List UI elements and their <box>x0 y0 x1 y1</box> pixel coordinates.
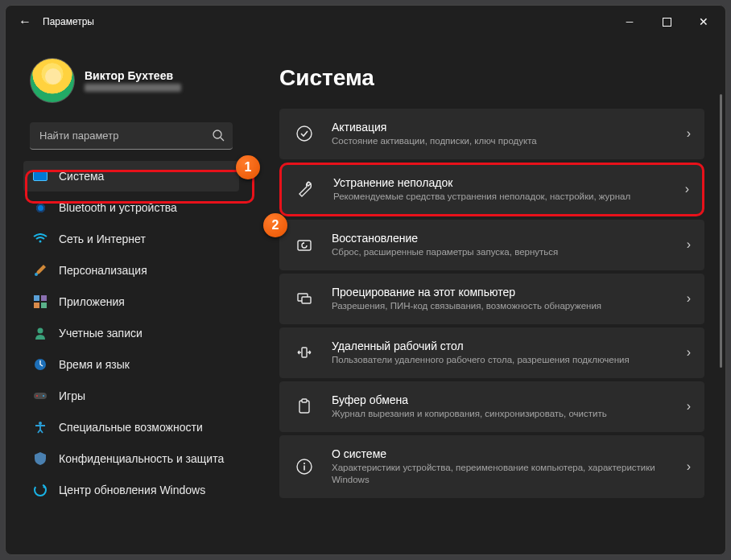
sidebar-item-accounts[interactable]: Учетные записи <box>23 318 239 348</box>
sidebar-item-label: Приложения <box>59 295 125 308</box>
annotation-badge-2: 2 <box>263 213 287 237</box>
svg-point-14 <box>39 422 42 425</box>
card-subtitle: Разрешения, ПИН-код связывания, возможно… <box>332 300 669 312</box>
card-title: Активация <box>332 121 669 134</box>
chevron-right-icon: › <box>687 399 691 414</box>
svg-rect-6 <box>41 295 47 301</box>
remote-desktop-icon <box>295 343 314 362</box>
sidebar-item-bluetooth[interactable]: Bluetooth и устройства <box>23 192 239 223</box>
back-arrow-icon: ← <box>19 14 31 29</box>
profile-text: Виктор Бухтеев <box>85 69 181 92</box>
brush-icon <box>33 263 47 278</box>
wifi-icon <box>33 232 47 246</box>
card-about[interactable]: О системе Характеристики устройства, пер… <box>279 435 704 498</box>
svg-point-12 <box>36 395 38 397</box>
card-title: Восстановление <box>332 232 669 245</box>
profile-block[interactable]: Виктор Бухтеев <box>23 46 239 117</box>
svg-rect-20 <box>302 348 307 357</box>
project-icon <box>295 289 314 308</box>
system-icon <box>33 169 47 183</box>
sidebar-item-accessibility[interactable]: Специальные возможности <box>23 412 239 443</box>
main-content: Система Активация Состояние активации, п… <box>247 38 725 554</box>
sidebar-item-label: Игры <box>59 389 85 402</box>
apps-icon <box>33 294 47 309</box>
scrollbar[interactable] <box>720 94 722 368</box>
sidebar-item-network[interactable]: Сеть и Интернет <box>23 224 239 254</box>
update-icon <box>33 483 47 497</box>
card-text: Удаленный рабочий стол Пользователи удал… <box>332 340 669 366</box>
bluetooth-icon <box>33 200 47 215</box>
sidebar: Виктор Бухтеев Система Bluetooth и устро… <box>6 38 247 554</box>
annotation-badge-1: 1 <box>236 155 260 179</box>
recovery-icon <box>295 235 314 254</box>
svg-point-24 <box>304 462 305 463</box>
card-title: Проецирование на этот компьютер <box>332 286 669 299</box>
svg-rect-8 <box>41 303 47 308</box>
card-clipboard[interactable]: Буфер обмена Журнал вырезания и копирова… <box>279 381 704 432</box>
page-title: Система <box>279 65 704 91</box>
sidebar-item-time-language[interactable]: Время и язык <box>23 349 239 380</box>
window-body: Виктор Бухтеев Система Bluetooth и устро… <box>6 38 725 554</box>
svg-point-16 <box>297 126 312 141</box>
chevron-right-icon: › <box>687 345 691 360</box>
chevron-right-icon: › <box>687 237 691 252</box>
card-troubleshoot[interactable]: Устранение неполадок Рекомендуемые средс… <box>279 163 704 216</box>
info-icon <box>295 457 314 476</box>
person-icon <box>33 326 47 340</box>
minimize-icon: ─ <box>626 16 634 27</box>
sidebar-item-label: Система <box>59 170 104 183</box>
card-recovery[interactable]: Восстановление Сброс, расширенные параме… <box>279 220 704 270</box>
svg-point-4 <box>35 273 38 276</box>
sidebar-item-windows-update[interactable]: Центр обновления Windows <box>23 475 239 505</box>
svg-rect-22 <box>302 399 307 402</box>
card-subtitle: Журнал вырезания и копирования, синхрони… <box>332 408 669 420</box>
card-title: О системе <box>332 447 669 460</box>
accessibility-icon <box>33 420 47 434</box>
sidebar-item-label: Специальные возможности <box>59 421 203 434</box>
card-remote-desktop[interactable]: Удаленный рабочий стол Пользователи удал… <box>279 327 704 378</box>
svg-point-13 <box>43 395 44 397</box>
shield-icon <box>33 451 47 466</box>
svg-point-1 <box>213 130 221 138</box>
sidebar-item-label: Центр обновления Windows <box>59 484 205 496</box>
svg-rect-7 <box>34 303 39 308</box>
maximize-button[interactable] <box>648 6 685 38</box>
card-title: Буфер обмена <box>332 393 669 406</box>
titlebar: ← Параметры ─ ✕ <box>6 6 725 38</box>
sidebar-item-label: Учетные записи <box>59 327 142 340</box>
window-title: Параметры <box>43 16 94 27</box>
chevron-right-icon: › <box>687 126 691 141</box>
sidebar-item-apps[interactable]: Приложения <box>23 286 239 317</box>
maximize-icon <box>663 18 671 27</box>
chevron-right-icon: › <box>685 182 689 196</box>
globe-clock-icon <box>33 357 47 372</box>
sidebar-item-label: Время и язык <box>59 358 130 371</box>
card-text: Восстановление Сброс, расширенные параме… <box>332 232 669 258</box>
sidebar-item-personalization[interactable]: Персонализация <box>23 255 239 286</box>
sidebar-item-label: Bluetooth и устройства <box>59 201 177 214</box>
svg-rect-5 <box>34 295 39 301</box>
sidebar-item-games[interactable]: Игры <box>23 381 239 411</box>
card-text: Устранение неполадок Рекомендуемые средс… <box>333 176 667 203</box>
clipboard-icon <box>295 397 314 416</box>
sidebar-item-privacy[interactable]: Конфиденциальность и защита <box>23 443 239 474</box>
card-text: О системе Характеристики устройства, пер… <box>332 447 669 486</box>
search-box <box>30 122 233 150</box>
close-button[interactable]: ✕ <box>685 6 722 38</box>
sidebar-item-system[interactable]: Система <box>23 161 239 191</box>
settings-list: Активация Состояние активации, подписки,… <box>279 109 704 498</box>
sidebar-item-label: Персонализация <box>59 264 147 277</box>
card-projecting[interactable]: Проецирование на этот компьютер Разрешен… <box>279 274 704 324</box>
card-activation[interactable]: Активация Состояние активации, подписки,… <box>279 109 704 159</box>
back-button[interactable]: ← <box>9 6 41 38</box>
card-subtitle: Состояние активации, подписки, ключ прод… <box>332 135 669 147</box>
close-icon: ✕ <box>699 15 708 28</box>
chevron-right-icon: › <box>687 291 691 306</box>
search-icon <box>212 129 225 142</box>
chevron-right-icon: › <box>687 459 691 474</box>
minimize-button[interactable]: ─ <box>611 6 648 38</box>
svg-point-9 <box>38 328 43 334</box>
search-input[interactable] <box>30 122 233 150</box>
card-subtitle: Характеристики устройства, переименовани… <box>332 462 669 486</box>
profile-name: Виктор Бухтеев <box>85 69 181 82</box>
